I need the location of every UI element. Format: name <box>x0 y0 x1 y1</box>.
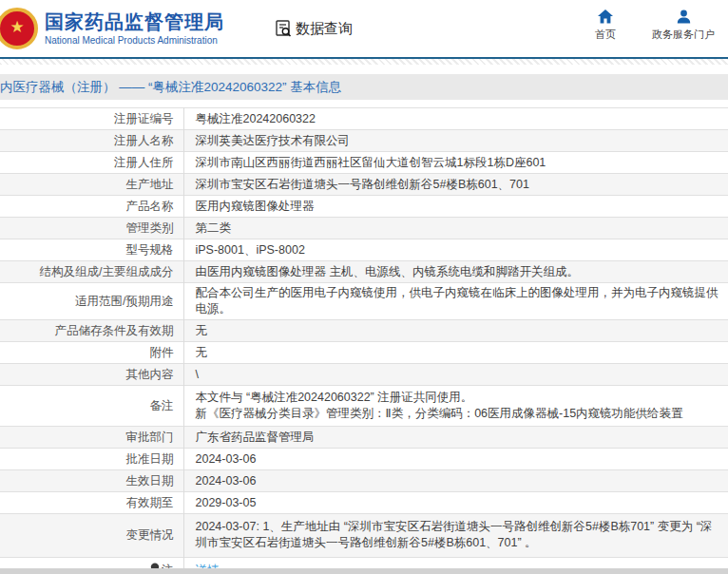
row-label-text: 其他内容 <box>126 367 174 383</box>
row-value-text: 无 <box>196 346 208 359</box>
row-label-text: 结构及组成/主要组成成分 <box>40 264 174 280</box>
table-row: 型号规格iPS-8001、iPS-8002 <box>0 239 728 261</box>
row-value-text: 由医用内窥镜图像处理器 主机、电源线、内镜系统电缆和脚踏开关组成。 <box>196 265 579 278</box>
table-row: 产品名称医用内窥镜图像处理器 <box>0 196 728 218</box>
table-row: 注册人名称深圳英美达医疗技术有限公司 <box>0 130 728 152</box>
row-value-line: 新《医疗器械分类目录》管理类别：Ⅱ类，分类编码：06医用成像器械-15内窥镜功能… <box>196 406 719 422</box>
row-value: iPS-8001、iPS-8002 <box>183 239 728 261</box>
row-value-text: 2024-03-07: 1、生产地址由 “深圳市宝安区石岩街道塘头一号路创维创新… <box>196 520 713 549</box>
row-label-text: 适用范围/预期用途 <box>75 294 173 310</box>
row-value: 无 <box>183 320 728 342</box>
registration-info-table: 注册证编号粤械注准20242060322注册人名称深圳英美达医疗技术有限公司注册… <box>0 107 728 574</box>
row-value-text: 2029-03-05 <box>196 496 257 509</box>
row-label-text: 批准日期 <box>126 451 174 468</box>
row-label-text: 备注 <box>150 398 174 414</box>
home-icon <box>598 10 613 24</box>
row-label-text: 审批部门 <box>126 430 174 446</box>
page-title-bar: 内医疗器械（注册） —— “粤械注准20242060322” 基本信息 <box>0 74 728 100</box>
table-row: 其他内容\ <box>0 364 728 386</box>
row-value: 广东省药品监督管理局 <box>183 427 728 449</box>
table-row: 注册人住所深圳市南山区西丽街道西丽社区留仙大道创智云城1标段1栋D座601 <box>0 152 728 174</box>
row-label: 管理类别 <box>0 218 183 239</box>
row-value: \ <box>183 364 728 386</box>
table-row: 结构及组成/主要组成成分由医用内窥镜图像处理器 主机、电源线、内镜系统电缆和脚踏… <box>0 261 728 283</box>
row-label: 附件 <box>0 342 183 364</box>
row-value: 医用内窥镜图像处理器 <box>183 196 728 218</box>
star-icon: ★ <box>10 19 24 35</box>
brand-text: 国家药品监督管理局 National Medical Products Admi… <box>45 11 224 46</box>
table-row: 有效期至2029-03-05 <box>0 492 728 514</box>
row-label: 审批部门 <box>0 427 183 449</box>
table-row: 备注本文件与 “粤械注准20242060322” 注册证共同使用。新《医疗器械分… <box>0 386 728 427</box>
national-emblem-icon: ★ <box>0 8 38 49</box>
row-label: 备注 <box>0 386 183 427</box>
row-value-text: 无 <box>196 324 208 337</box>
row-label: 结构及组成/主要组成成分 <box>0 261 183 283</box>
row-value-text: 深圳市宝安区石岩街道塘头一号路创维创新谷5#楼B栋601、701 <box>196 178 529 191</box>
table-row: 注册证编号粤械注准20242060322 <box>0 108 728 130</box>
row-label: 适用范围/预期用途 <box>0 283 183 320</box>
brand-title: 国家药品监督管理局 <box>45 11 224 33</box>
top-link-gov-portal[interactable]: 政务服务门户 <box>652 10 715 42</box>
row-value: 深圳市宝安区石岩街道塘头一号路创维创新谷5#楼B栋601、701 <box>183 174 728 196</box>
row-value: 无 <box>183 342 728 364</box>
table-row: 管理类别第二类 <box>0 218 728 239</box>
row-value: 深圳英美达医疗技术有限公司 <box>183 130 728 152</box>
table-row: 产品储存条件及有效期无 <box>0 320 728 342</box>
row-label-text: 产品名称 <box>126 199 174 215</box>
page-bottom-band <box>0 568 728 574</box>
row-value-text: 深圳市南山区西丽街道西丽社区留仙大道创智云城1标段1栋D座601 <box>196 156 546 169</box>
row-label-text: 型号规格 <box>126 242 174 258</box>
row-value-text: \ <box>196 368 199 381</box>
row-value: 2024-03-07: 1、生产地址由 “深圳市宝安区石岩街道塘头一号路创维创新… <box>183 514 728 558</box>
row-label: 有效期至 <box>0 492 183 514</box>
row-value: 2029-03-05 <box>183 492 728 514</box>
row-label: 注册人住所 <box>0 152 183 174</box>
row-label: 产品名称 <box>0 196 183 218</box>
row-label: 变更情况 <box>0 514 183 558</box>
row-label-text: 有效期至 <box>126 495 174 511</box>
row-label-text: 注册证编号 <box>114 111 174 127</box>
row-value-text: 配合本公司生产的医用电子内窥镜使用，供电子内窥镜在临床上的图像处理用，并为电子内… <box>196 286 718 316</box>
nav-data-query[interactable]: 数据查询 <box>274 19 353 38</box>
top-link-home[interactable]: 首页 <box>595 10 616 42</box>
brand-logo[interactable]: ★ 国家药品监督管理局 National Medical Products Ad… <box>0 8 224 49</box>
row-label: 批准日期 <box>0 449 183 470</box>
row-label: 生产地址 <box>0 174 183 196</box>
row-value: 深圳市南山区西丽街道西丽社区留仙大道创智云城1标段1栋D座601 <box>183 152 728 174</box>
row-value: 第二类 <box>183 218 728 239</box>
row-value-text: 2024-03-06 <box>196 474 257 488</box>
spacer <box>0 100 728 107</box>
row-value: 2024-03-06 <box>183 449 728 470</box>
row-label: 注册人名称 <box>0 130 183 152</box>
site-header: ★ 国家药品监督管理局 National Medical Products Ad… <box>0 0 728 57</box>
table-row: 变更情况2024-03-07: 1、生产地址由 “深圳市宝安区石岩街道塘头一号路… <box>0 514 728 558</box>
table-row: 审批部门广东省药品监督管理局 <box>0 427 728 449</box>
row-label-text: 生效日期 <box>126 473 174 489</box>
spacer <box>0 65 728 74</box>
row-value: 2024-03-06 <box>183 470 728 492</box>
page-title: 内医疗器械（注册） —— “粤械注准20242060322” 基本信息 <box>0 79 341 96</box>
table-row: 批准日期2024-03-06 <box>0 449 728 470</box>
row-value-text: 广东省药品监督管理局 <box>196 430 315 444</box>
row-value: 配合本公司生产的医用电子内窥镜使用，供电子内窥镜在临床上的图像处理用，并为电子内… <box>183 283 728 320</box>
row-value-text: 2024-03-06 <box>196 452 257 466</box>
top-link-label: 政务服务门户 <box>652 28 715 42</box>
table-row: 生效日期2024-03-06 <box>0 470 728 492</box>
row-label: 生效日期 <box>0 470 183 492</box>
row-value-text: 粤械注准20242060322 <box>196 112 316 125</box>
row-label: 产品储存条件及有效期 <box>0 320 183 342</box>
info-table-body: 注册证编号粤械注准20242060322注册人名称深圳英美达医疗技术有限公司注册… <box>0 108 728 574</box>
row-label-text: 生产地址 <box>126 177 174 193</box>
row-label: 注册证编号 <box>0 108 183 130</box>
row-label-text: 变更情况 <box>126 527 174 544</box>
row-value-line: 本文件与 “粤械注准20242060322” 注册证共同使用。 <box>196 390 719 406</box>
row-value-text: iPS-8001、iPS-8002 <box>196 243 305 257</box>
row-value-text: 医用内窥镜图像处理器 <box>196 200 315 213</box>
row-value-text: 深圳英美达医疗技术有限公司 <box>196 134 351 147</box>
row-label-text: 产品储存条件及有效期 <box>55 323 174 339</box>
top-links: 首页 政务服务门户 <box>595 10 715 42</box>
row-label-text: 附件 <box>150 345 174 361</box>
row-label: 其他内容 <box>0 364 183 386</box>
row-label-text: 注册人名称 <box>114 133 174 149</box>
